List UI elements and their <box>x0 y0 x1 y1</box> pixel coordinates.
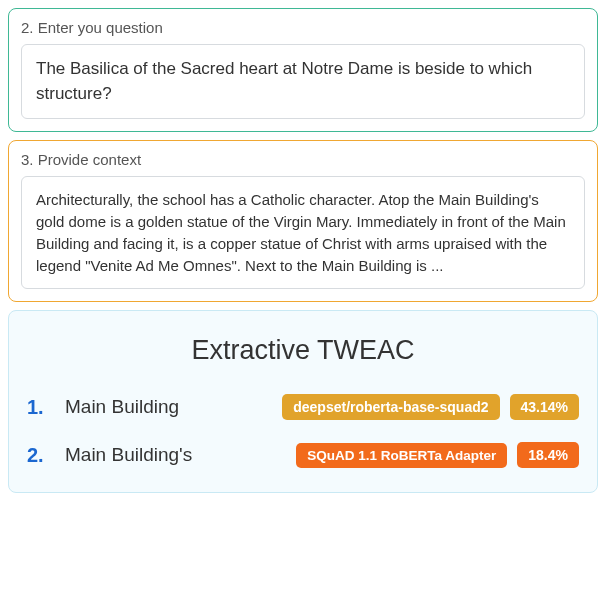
results-title: Extractive TWEAC <box>27 335 579 366</box>
result-row: 1. Main Building deepset/roberta-base-sq… <box>27 394 579 420</box>
result-rank: 2. <box>27 444 55 467</box>
result-rank: 1. <box>27 396 55 419</box>
model-badge: SQuAD 1.1 RoBERTa Adapter <box>296 443 507 468</box>
results-panel: Extractive TWEAC 1. Main Building deepse… <box>8 310 598 493</box>
question-label: 2. Enter you question <box>21 19 585 36</box>
context-input[interactable]: Architecturally, the school has a Cathol… <box>21 176 585 289</box>
result-answer: Main Building <box>65 396 220 418</box>
model-badge: deepset/roberta-base-squad2 <box>282 394 499 420</box>
score-badge: 43.14% <box>510 394 579 420</box>
context-panel: 3. Provide context Architecturally, the … <box>8 140 598 302</box>
context-label: 3. Provide context <box>21 151 585 168</box>
question-input[interactable]: The Basilica of the Sacred heart at Notr… <box>21 44 585 119</box>
question-panel: 2. Enter you question The Basilica of th… <box>8 8 598 132</box>
result-row: 2. Main Building's SQuAD 1.1 RoBERTa Ada… <box>27 442 579 468</box>
result-answer: Main Building's <box>65 444 220 466</box>
score-badge: 18.4% <box>517 442 579 468</box>
